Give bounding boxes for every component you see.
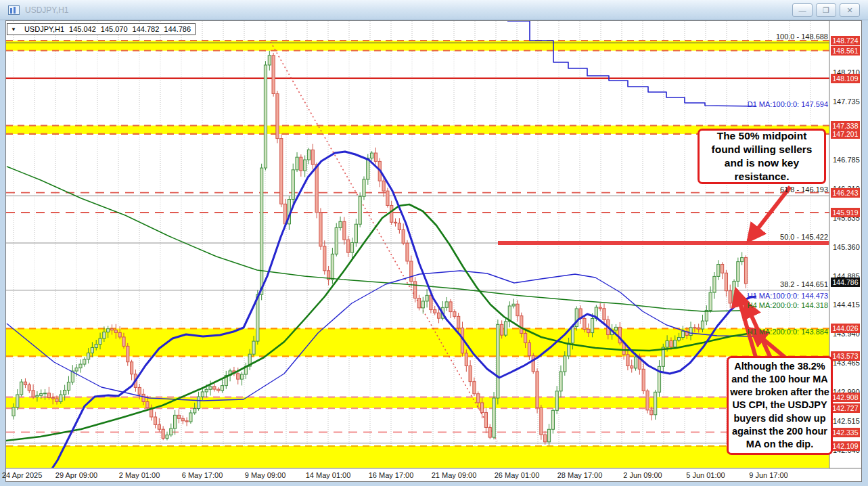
- annotation-box-resistance[interactable]: The 50% midpoint found willing sellers a…: [698, 129, 826, 184]
- ma-value-label: H1 MA:100:0:0: 144.473: [652, 292, 828, 300]
- price-level-badge: 147.201: [831, 129, 860, 139]
- price-tick: 142.515: [833, 417, 860, 425]
- price-level-badge: 142.335: [831, 428, 860, 437]
- annotation-text: Although the 38.2% and the 100 hour MA w…: [730, 360, 829, 451]
- fib-level-label: 38.2 - 144.651: [693, 280, 828, 288]
- info-close: 144.786: [164, 25, 191, 33]
- price-level-badge: 148.109: [831, 74, 860, 83]
- price-level-badge: 146.243: [831, 188, 860, 198]
- fib-level-label: 50.0 - 145.422: [693, 233, 828, 241]
- ma-value-label: D1 MA:100:0:0: 147.594: [652, 100, 828, 108]
- time-axis-label: 5 Jun 01:00: [686, 471, 725, 479]
- time-axis-label: 24 Apr 2025: [2, 471, 42, 479]
- time-axis-label: 28 May 17:00: [557, 471, 603, 479]
- fib-level-label: 61.8 - 146.193: [693, 185, 828, 194]
- annotation-text: The 50% midpoint found willing sellers a…: [702, 129, 821, 184]
- time-axis-label: 6 May 17:00: [182, 471, 223, 479]
- time-axis-label: 26 May 01:00: [495, 471, 540, 479]
- time-axis-label: 29 Apr 09:00: [55, 471, 97, 479]
- info-high: 145.070: [101, 25, 128, 33]
- price-level-badge: 142.109: [831, 441, 860, 451]
- price-level-badge: 142.727: [831, 403, 860, 413]
- ma-value-label: H4 MA:200:0:0: 144.318: [652, 301, 828, 309]
- ma-value-label: H1 MA:200:0:0: 143.884: [652, 328, 828, 336]
- price-tick: 147.735: [833, 97, 860, 106]
- time-axis-label: 9 May 09:00: [245, 471, 286, 479]
- price-level-badge: 145.919: [831, 208, 860, 217]
- price-level-badge: 148.561: [831, 46, 860, 56]
- price-level-badge: 148.724: [831, 36, 860, 45]
- time-axis-label: 9 Jun 17:00: [749, 471, 788, 479]
- annotation-box-buyers[interactable]: Although the 38.2% and the 100 hour MA w…: [727, 356, 833, 455]
- ohlc-info-bar: ▼ USDJPY,H1 145.042 145.070 144.782 144.…: [7, 23, 196, 35]
- time-axis-label: 14 May 01:00: [306, 471, 351, 479]
- price-tick: 144.415: [833, 301, 860, 309]
- price-level-badge: 142.908: [831, 393, 860, 402]
- price-tick: 145.360: [833, 243, 860, 251]
- time-axis-label: 21 May 09:00: [432, 471, 477, 479]
- current-price-badge: 144.786: [831, 278, 860, 287]
- info-open: 145.042: [69, 25, 96, 33]
- symbol-dropdown-icon[interactable]: ▼: [7, 26, 20, 32]
- price-level-badge: 144.026: [831, 324, 860, 333]
- info-symbol: USDJPY,H1: [24, 25, 64, 33]
- info-low: 144.782: [133, 25, 160, 33]
- fib-level-label: 100.0 - 148.688: [693, 32, 828, 41]
- price-tick: 146.785: [833, 156, 860, 164]
- time-axis-label: 16 May 17:00: [369, 471, 414, 479]
- time-axis-label: 2 May 01:00: [119, 471, 160, 479]
- price-level-badge: 143.573: [831, 351, 860, 361]
- time-axis-label: 2 Jun 09:00: [623, 471, 662, 479]
